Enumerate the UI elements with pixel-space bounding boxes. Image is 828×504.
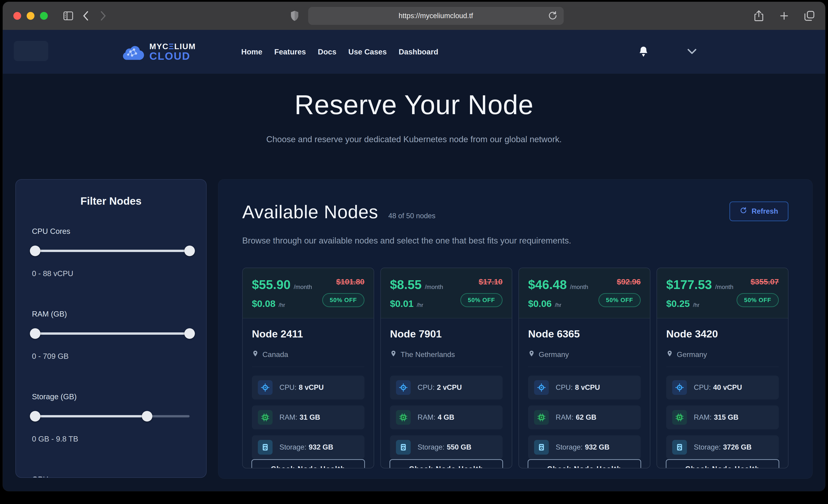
slider-handle-max[interactable] — [184, 246, 195, 256]
spec-value: 315 GB — [714, 413, 739, 421]
spec-label: Storage: — [280, 443, 306, 451]
cpu-icon — [396, 380, 411, 395]
filter-range-ram: 0 - 709 GB — [32, 352, 190, 361]
location-pin-icon — [252, 350, 259, 359]
node-name: Node 7901 — [390, 328, 503, 340]
per-month-unit: /month — [425, 284, 443, 291]
original-price: $355.07 — [751, 277, 779, 286]
slider-cpu[interactable] — [32, 245, 190, 256]
spec-label: RAM: — [694, 413, 712, 421]
spec-label: Storage: — [694, 443, 721, 451]
filter-panel: Filter Nodes CPU Cores0 - 88 vCPURAM (GB… — [15, 179, 207, 478]
spec-value: 550 GB — [447, 443, 471, 451]
forward-button-icon[interactable] — [98, 10, 109, 21]
screen: https://myceliumcloud.tf — [0, 0, 828, 504]
spec-row-storage: Storage:932 GB — [528, 435, 641, 459]
site-navbar: MYCΞLIUM CLOUD HomeFeaturesDocsUse Cases… — [3, 30, 825, 74]
check-node-health-button[interactable]: Check Node Health — [528, 459, 641, 468]
nav-link-use-cases[interactable]: Use Cases — [348, 48, 387, 56]
location-pin-icon — [666, 350, 673, 359]
card-price-header: $46.48/month$0.06/hr$92.9650% OFF — [519, 268, 650, 319]
zoom-window-button[interactable] — [40, 12, 48, 20]
node-location: The Netherlands — [401, 350, 455, 359]
filter-panel-title: Filter Nodes — [32, 195, 190, 207]
refresh-button[interactable]: Refresh — [730, 202, 788, 221]
location-pin-icon — [390, 350, 397, 359]
spec-value: 31 GB — [300, 413, 320, 421]
spec-label: RAM: — [556, 413, 574, 421]
check-node-health-button[interactable]: Check Node Health — [251, 459, 365, 468]
slider-handle-max[interactable] — [184, 328, 195, 339]
site-logo[interactable]: MYCΞLIUM CLOUD — [120, 42, 196, 61]
per-hour-unit: /hr — [555, 302, 562, 308]
spec-row-ram: RAM:31 GB — [252, 406, 365, 429]
share-icon[interactable] — [753, 10, 764, 21]
account-chevron-down-icon[interactable] — [687, 48, 697, 55]
check-node-health-button[interactable]: Check Node Health — [666, 459, 779, 468]
nav-link-home[interactable]: Home — [241, 48, 262, 56]
slider-ram[interactable] — [32, 328, 190, 339]
spec-value: 4 GB — [438, 413, 454, 421]
spec-row-ram: RAM:4 GB — [390, 406, 503, 429]
filter-label-ram: RAM (GB) — [32, 310, 190, 319]
address-bar[interactable]: https://myceliumcloud.tf — [308, 7, 564, 25]
discount-badge: 50% OFF — [322, 293, 365, 307]
nav-link-features[interactable]: Features — [275, 48, 306, 56]
spec-row-cpu: CPU:8 vCPU — [528, 376, 641, 400]
spec-value: 3726 GB — [723, 443, 751, 451]
traffic-lights — [13, 12, 48, 20]
node-name: Node 2411 — [252, 328, 365, 340]
original-price: $101.80 — [336, 277, 365, 286]
refresh-icon — [740, 207, 747, 216]
available-nodes-title: Available Nodes — [242, 202, 378, 222]
spec-row-ram: RAM:62 GB — [528, 406, 641, 429]
ram-icon — [534, 410, 549, 425]
slider-storage[interactable] — [32, 411, 190, 422]
price-per-hour: $0.08 — [252, 298, 276, 309]
back-button-icon[interactable] — [80, 10, 91, 21]
per-month-unit: /month — [570, 284, 588, 291]
available-nodes-panel: Available Nodes 48 of 50 nodes Refresh B… — [218, 179, 813, 479]
storage-icon — [672, 440, 687, 455]
spec-value: 932 GB — [585, 443, 610, 451]
per-hour-unit: /hr — [417, 302, 423, 308]
slider-handle-min[interactable] — [30, 246, 40, 256]
price-per-month: $46.48 — [528, 277, 567, 292]
spec-label: RAM: — [280, 413, 297, 421]
per-hour-unit: /hr — [279, 302, 285, 308]
minimize-window-button[interactable] — [27, 12, 35, 20]
reload-icon[interactable] — [548, 10, 558, 22]
spec-value: 8 vCPU — [299, 383, 324, 391]
discount-badge: 50% OFF — [598, 293, 641, 307]
card-body: Node 7901The NetherlandsCPU:2 vCPURAM:4 … — [381, 319, 512, 459]
close-window-button[interactable] — [13, 12, 21, 20]
check-node-health-button[interactable]: Check Node Health — [389, 459, 503, 468]
page-subtitle: Choose and reserve your dedicated Kubern… — [3, 135, 825, 144]
ram-icon — [396, 410, 411, 425]
slider-handle-min[interactable] — [30, 328, 40, 339]
spec-row-storage: Storage:3726 GB — [666, 435, 779, 459]
privacy-shield-icon[interactable] — [289, 10, 300, 21]
spec-value: 2 vCPU — [437, 383, 462, 391]
new-tab-icon[interactable] — [779, 10, 789, 21]
tab-overview-icon[interactable] — [804, 10, 815, 21]
slider-track-fill — [32, 332, 190, 335]
node-location: Germany — [539, 350, 569, 359]
spec-value: 8 vCPU — [575, 383, 600, 391]
nodes-count-badge: 48 of 50 nodes — [388, 212, 436, 220]
notifications-bell-icon[interactable] — [638, 45, 649, 58]
slider-handle-max[interactable] — [142, 411, 152, 422]
filter-label-cpu: CPU Cores — [32, 227, 190, 236]
price-per-hour: $0.06 — [528, 298, 552, 309]
sidebar-toggle-icon[interactable] — [63, 10, 74, 21]
spec-label: RAM: — [418, 413, 436, 421]
nav-link-dashboard[interactable]: Dashboard — [399, 48, 438, 56]
slider-handle-min[interactable] — [30, 411, 40, 422]
page-title: Reserve Your Node — [3, 89, 825, 120]
nav-link-docs[interactable]: Docs — [318, 48, 336, 56]
spec-label: Storage: — [556, 443, 583, 451]
per-hour-unit: /hr — [693, 302, 700, 308]
filter-gpu-label: GPU — [32, 475, 190, 478]
nav-links: HomeFeaturesDocsUse CasesDashboard — [241, 48, 438, 56]
card-price-header: $8.55/month$0.01/hr$17.1050% OFF — [381, 268, 512, 319]
